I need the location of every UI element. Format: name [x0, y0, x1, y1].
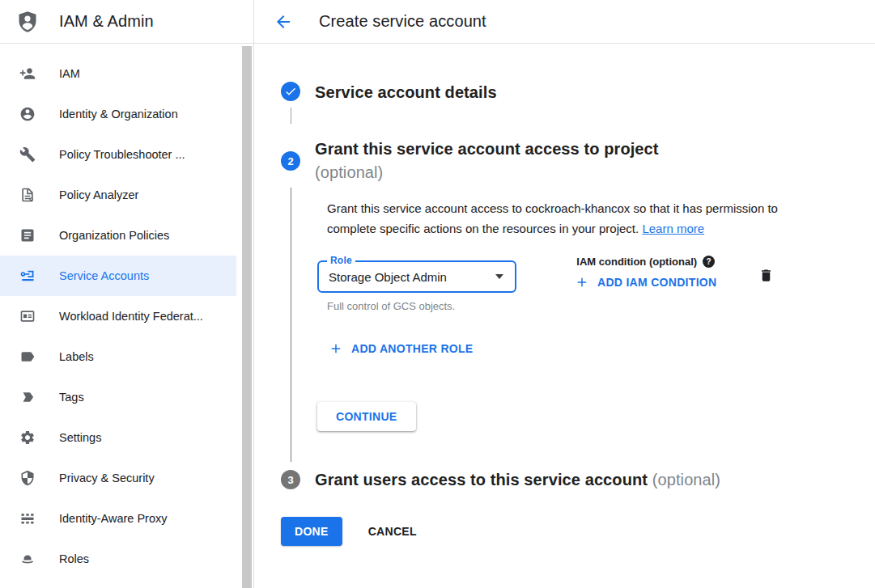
page-header: Create service account	[254, 0, 875, 44]
sidebar-header: IAM & Admin	[0, 0, 253, 44]
person-add-icon	[19, 66, 36, 82]
step3-title-text: Grant users access to this service accou…	[315, 471, 648, 489]
role-fields-row: Role Storage Object Admin Full control o…	[327, 260, 875, 312]
iam-condition-group: IAM condition (optional) ? ADD IAM CONDI…	[575, 256, 716, 290]
step2-optional-label: (optional)	[315, 161, 659, 184]
sidebar-scrollbar[interactable]	[242, 46, 252, 588]
product-title: IAM & Admin	[59, 12, 154, 31]
sidebar-item-label: Labels	[59, 350, 94, 363]
card-icon	[19, 308, 36, 324]
wizard-content: Service account details 2 Grant this ser…	[254, 44, 875, 546]
delete-role-trash-icon[interactable]	[758, 267, 774, 284]
sidebar-item-label: Settings	[59, 431, 101, 444]
sidebar-item-label: Policy Analyzer	[59, 188, 138, 201]
sidebar-item-privacy-security[interactable]: Privacy & Security	[0, 458, 236, 498]
cancel-button[interactable]: CANCEL	[368, 525, 417, 538]
add-iam-condition-button[interactable]: ADD IAM CONDITION	[575, 275, 716, 290]
label-icon	[19, 349, 36, 365]
sidebar-item-label: Identity-Aware Proxy	[59, 512, 168, 525]
role-field-group: Role Storage Object Admin Full control o…	[317, 260, 516, 312]
role-select-value: Storage Object Admin	[329, 270, 447, 284]
proxy-grid-icon	[19, 510, 36, 527]
step1-title: Service account details	[315, 82, 497, 103]
label-important-icon	[19, 389, 36, 405]
iam-shield-icon	[16, 11, 39, 33]
sidebar-item-labels[interactable]: Labels	[0, 336, 236, 377]
account-circle-icon	[19, 106, 36, 122]
continue-button[interactable]: CONTINUE	[317, 402, 416, 431]
plus-icon	[575, 275, 589, 290]
step2-number-badge: 2	[281, 151, 300, 171]
sidebar-nav: IAM Identity & Organization Policy Troub…	[0, 44, 253, 579]
help-icon[interactable]: ?	[703, 256, 715, 268]
step2-description: Grant this service account access to coc…	[327, 198, 798, 239]
sidebar-item-label: Organization Policies	[59, 229, 169, 242]
wrench-icon	[19, 146, 36, 163]
sidebar: IAM & Admin IAM Identity & Organization	[0, 0, 254, 588]
main-panel: Create service account Service account d…	[254, 0, 875, 588]
chevron-down-icon	[495, 274, 503, 279]
sidebar-item-policy-troubleshooter[interactable]: Policy Troubleshooter ...	[0, 134, 236, 175]
sidebar-item-identity-aware-proxy[interactable]: Identity-Aware Proxy	[0, 498, 236, 539]
sidebar-item-label: Identity & Organization	[59, 108, 178, 121]
article-icon	[19, 227, 36, 243]
hat-icon	[19, 551, 36, 567]
step-connector-line	[291, 108, 291, 124]
step2-row: 2 Grant this service account access to p…	[281, 137, 875, 184]
sidebar-item-identity-organization[interactable]: Identity & Organization	[0, 94, 236, 134]
role-select[interactable]: Role Storage Object Admin	[317, 260, 516, 293]
document-icon	[19, 187, 36, 203]
service-account-key-icon	[19, 268, 36, 284]
sidebar-item-tags[interactable]: Tags	[0, 377, 236, 417]
shield-half-icon	[19, 470, 36, 486]
step2-title-text: Grant this service account access to pro…	[315, 137, 659, 161]
sidebar-item-label: IAM	[59, 67, 80, 80]
step2-body: Grant this service account access to coc…	[291, 188, 875, 462]
sidebar-item-roles[interactable]: Roles	[0, 539, 236, 579]
step1-completed-check-icon	[281, 82, 300, 101]
done-button[interactable]: DONE	[281, 517, 342, 546]
sidebar-item-workload-identity-federation[interactable]: Workload Identity Federat...	[0, 296, 236, 336]
sidebar-item-label: Workload Identity Federat...	[59, 310, 203, 323]
sidebar-item-label: Policy Troubleshooter ...	[59, 148, 185, 161]
sidebar-item-policy-analyzer[interactable]: Policy Analyzer	[0, 175, 236, 215]
role-select-label: Role	[327, 255, 355, 266]
role-helper-text: Full control of GCS objects.	[327, 300, 516, 312]
gear-icon	[19, 429, 36, 446]
sidebar-item-label: Privacy & Security	[59, 472, 155, 484]
step3-number-badge: 3	[281, 470, 300, 489]
sidebar-item-label: Roles	[59, 552, 89, 565]
step3-optional-label: (optional)	[652, 471, 720, 489]
sidebar-item-label: Tags	[59, 391, 84, 404]
sidebar-item-service-accounts[interactable]: Service Accounts	[0, 256, 236, 296]
footer-actions: DONE CANCEL	[281, 517, 875, 546]
iam-condition-label-row: IAM condition (optional) ?	[575, 256, 716, 268]
page-title: Create service account	[319, 12, 486, 31]
step1-row: Service account details	[281, 82, 875, 103]
sidebar-item-label: Service Accounts	[59, 269, 149, 282]
iam-condition-label: IAM condition (optional)	[576, 256, 697, 268]
step3-row: 3 Grant users access to this service acc…	[281, 469, 875, 490]
sidebar-item-iam[interactable]: IAM	[0, 53, 236, 94]
add-another-role-button[interactable]: ADD ANOTHER ROLE	[329, 341, 875, 356]
sidebar-item-organization-policies[interactable]: Organization Policies	[0, 215, 236, 256]
plus-icon	[329, 341, 343, 356]
back-arrow-icon[interactable]	[274, 12, 293, 32]
step2-title: Grant this service account access to pro…	[315, 137, 659, 184]
learn-more-link[interactable]: Learn more	[642, 222, 704, 235]
step3-title: Grant users access to this service accou…	[315, 469, 720, 490]
app-window: IAM & Admin IAM Identity & Organization	[0, 0, 875, 588]
sidebar-item-settings[interactable]: Settings	[0, 417, 236, 458]
